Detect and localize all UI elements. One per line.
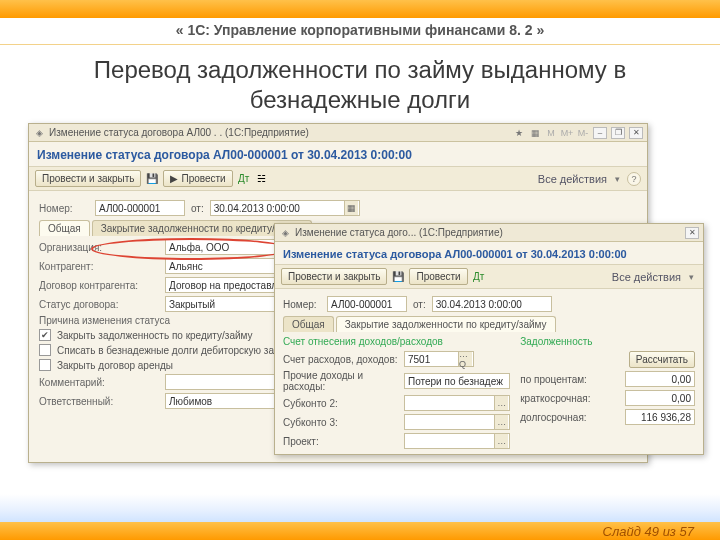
dt-icon[interactable]: Дт [472,270,486,284]
tab-general[interactable]: Общая [39,220,90,236]
post-button[interactable]: ▶Провести [163,170,232,187]
chevron-down-icon[interactable]: ▾ [685,271,697,283]
proj-label: Проект: [283,436,398,447]
date-field[interactable]: 30.04.2013 0:00:00▦ [210,200,360,216]
close-button[interactable]: ✕ [685,227,699,239]
post-close-button[interactable]: Провести и закрыть [35,170,141,187]
sub3-field[interactable]: … [404,414,510,430]
right-col-head: Задолженность [520,336,695,347]
other-label: Прочие доходы и расходы: [283,370,398,392]
recalc-button[interactable]: Рассчитать [629,351,695,368]
picker-icon[interactable]: … [494,415,508,429]
number-label: Номер: [283,299,321,310]
chk-close-lease-label: Закрыть договор аренды [57,360,173,371]
number-field[interactable]: АЛ00-000001 [95,200,185,216]
minimize-button[interactable]: – [593,127,607,139]
comment-label: Комментарий: [39,377,159,388]
all-actions-chevron-icon[interactable]: ▾ [611,173,623,185]
toolbar-main: Провести и закрыть 💾 ▶Провести Дт ☵ Все … [29,166,647,191]
app-icon: ◈ [279,227,291,239]
r2-field[interactable]: 0,00 [625,390,695,406]
contr-label: Контрагент: [39,261,159,272]
picker-icon[interactable]: … [494,396,508,410]
contract-label: Договор контрагента: [39,280,159,291]
left-col-head: Счет отнесения доходов/расходов [283,336,510,347]
titlebar-text: Изменение статуса договора АЛ00 . . (1С:… [49,127,309,138]
picker-icon[interactable]: …Q [458,352,472,366]
r3-label: долгосрочная: [520,412,619,423]
window-secondary: ◈ Изменение статуса дого... (1С:Предприя… [274,223,704,455]
m-plus-icon[interactable]: M+ [561,127,573,139]
r3-field[interactable]: 116 936,28 [625,409,695,425]
r1-label: по процентам: [520,374,619,385]
other-field[interactable]: Потери по безнадеж [404,373,510,389]
chk-close-lease[interactable] [39,359,51,371]
chk-writeoff[interactable] [39,344,51,356]
m-minus-icon[interactable]: M- [577,127,589,139]
save-icon[interactable]: 💾 [391,270,405,284]
fav-icon[interactable]: ★ [513,127,525,139]
acc-field[interactable]: 7501…Q [404,351,474,367]
post-button[interactable]: Провести [409,268,467,285]
titlebar-secondary: ◈ Изменение статуса дого... (1С:Предприя… [275,224,703,242]
proj-field[interactable]: … [404,433,510,449]
r2-label: краткосрочная: [520,393,619,404]
responsible-label: Ответственный: [39,396,159,407]
chk-close-debt-label: Закрыть задолженность по кредиту/займу [57,330,253,341]
date-field[interactable]: 30.04.2013 0:00:00 [432,296,552,312]
date-label: от: [191,203,204,214]
workspace: ◈ Изменение статуса договора АЛ00 . . (1… [28,123,692,473]
sub3-label: Субконто 3: [283,417,398,428]
calc-icon[interactable]: ▦ [529,127,541,139]
footer-sky [0,494,720,522]
titlebar-main: ◈ Изменение статуса договора АЛ00 . . (1… [29,124,647,142]
date-picker-icon[interactable]: ▦ [344,201,358,215]
doc-heading: Изменение статуса договора АЛ00-000001 о… [275,242,703,264]
maximize-button[interactable]: ❐ [611,127,625,139]
post-icon: ▶ [170,173,178,184]
toolbar-secondary: Провести и закрыть 💾 Провести Дт Все дей… [275,264,703,289]
all-actions-link[interactable]: Все действия [538,173,607,185]
help-icon[interactable]: ? [627,172,641,186]
save-icon[interactable]: 💾 [145,172,159,186]
titlebar-text: Изменение статуса дого... (1С:Предприяти… [295,227,503,238]
status-label: Статус договора: [39,299,159,310]
tab-general[interactable]: Общая [283,316,334,332]
number-label: Номер: [39,203,89,214]
slide-counter: Слайд 49 из 57 [603,524,694,539]
footer-bar: Слайд 49 из 57 [0,522,720,540]
all-actions-link[interactable]: Все действия [612,271,681,283]
product-header: « 1С: Управление корпоративными финансам… [0,18,720,45]
slide-title: Перевод задолженности по займу выданному… [0,45,720,123]
close-button[interactable]: ✕ [629,127,643,139]
app-icon: ◈ [33,127,45,139]
date-label: от: [413,299,426,310]
r1-field[interactable]: 0,00 [625,371,695,387]
acc-label: Счет расходов, доходов: [283,354,398,365]
m-icon[interactable]: M [545,127,557,139]
tab-close-debt[interactable]: Закрытие задолженности по кредиту/займу [336,316,556,332]
post-close-button[interactable]: Провести и закрыть [281,268,387,285]
chk-close-debt[interactable]: ✔ [39,329,51,341]
number-field[interactable]: АЛ00-000001 [327,296,407,312]
sub2-field[interactable]: … [404,395,510,411]
tree-icon[interactable]: ☵ [255,172,269,186]
dt-icon[interactable]: Дт [237,172,251,186]
org-label: Организация: [39,242,159,253]
footer: Слайд 49 из 57 [0,494,720,540]
top-orange-bar [0,0,720,18]
sub2-label: Субконто 2: [283,398,398,409]
picker-icon[interactable]: … [494,434,508,448]
doc-heading: Изменение статуса договора АЛ00-000001 о… [29,142,647,166]
reason-label: Причина изменения статуса [39,315,170,326]
